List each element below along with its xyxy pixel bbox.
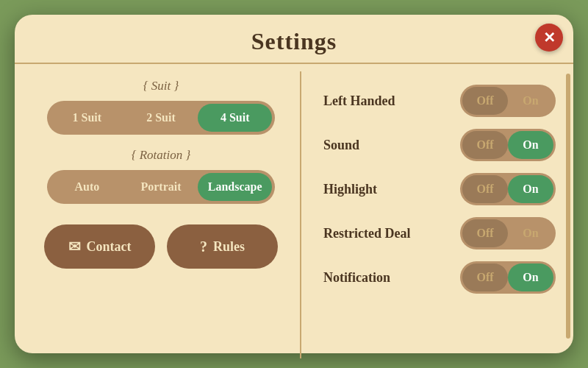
- divider: [15, 63, 573, 64]
- rotation-landscape[interactable]: Landscape: [198, 173, 272, 201]
- scrollbar-track: [566, 74, 570, 339]
- setting-label-highlight: Highlight: [323, 182, 377, 197]
- modal-title: Settings: [15, 15, 573, 63]
- suit-option-1[interactable]: 1 Suit: [50, 104, 124, 132]
- toggle-restricted-deal-on[interactable]: On: [508, 219, 553, 247]
- toggle-left-handed-on[interactable]: On: [508, 87, 553, 115]
- setting-label-left-handed: Left Handed: [323, 93, 395, 109]
- settings-modal: Settings ✕ { Suit } 1 Suit 2 Suit 4 Suit…: [15, 15, 573, 353]
- toggle-sound-on[interactable]: On: [508, 131, 553, 159]
- toggle-highlight-on[interactable]: On: [508, 175, 553, 203]
- setting-row-left-handed: Left Handed Off On: [323, 82, 556, 120]
- close-button[interactable]: ✕: [535, 24, 563, 52]
- suit-toggle-group: 1 Suit 2 Suit 4 Suit: [47, 101, 275, 135]
- setting-row-restricted-deal: Restricted Deal Off On: [323, 214, 556, 252]
- contact-button[interactable]: ✉ Contact: [44, 224, 155, 269]
- left-panel: { Suit } 1 Suit 2 Suit 4 Suit { Rotation…: [15, 71, 301, 358]
- rules-icon: ?: [200, 238, 207, 255]
- toggle-highlight: Off On: [460, 173, 556, 205]
- rotation-auto[interactable]: Auto: [50, 173, 124, 201]
- contact-label: Contact: [87, 239, 132, 255]
- toggle-notification-on[interactable]: On: [508, 263, 553, 291]
- rotation-portrait[interactable]: Portrait: [124, 173, 198, 201]
- suit-option-4[interactable]: 4 Suit: [198, 104, 272, 132]
- toggle-restricted-deal: Off On: [460, 217, 556, 250]
- rules-label: Rules: [213, 239, 245, 255]
- toggle-sound: Off On: [460, 129, 556, 161]
- content-area: { Suit } 1 Suit 2 Suit 4 Suit { Rotation…: [15, 71, 573, 358]
- toggle-notification-off[interactable]: Off: [462, 263, 508, 291]
- setting-label-notification: Notification: [323, 270, 390, 286]
- setting-row-sound: Sound Off On: [323, 126, 556, 164]
- toggle-left-handed: Off On: [460, 85, 556, 117]
- toggle-left-handed-off[interactable]: Off: [462, 87, 508, 115]
- toggle-sound-off[interactable]: Off: [462, 131, 508, 159]
- bottom-buttons: ✉ Contact ? Rules: [44, 224, 278, 269]
- right-panel: Left Handed Off On Sound Off On Highligh…: [301, 71, 573, 358]
- suit-option-2[interactable]: 2 Suit: [124, 104, 198, 132]
- toggle-restricted-deal-off[interactable]: Off: [462, 219, 508, 247]
- rotation-section-label: { Rotation }: [132, 148, 191, 163]
- toggle-notification: Off On: [460, 261, 556, 294]
- setting-label-restricted-deal: Restricted Deal: [323, 226, 410, 241]
- setting-row-highlight: Highlight Off On: [323, 170, 556, 208]
- contact-icon: ✉: [68, 238, 81, 255]
- suit-section-label: { Suit }: [143, 79, 179, 93]
- toggle-highlight-off[interactable]: Off: [462, 175, 508, 203]
- rules-button[interactable]: ? Rules: [167, 224, 278, 269]
- setting-row-notification: Notification Off On: [323, 258, 556, 297]
- rotation-toggle-group: Auto Portrait Landscape: [47, 170, 275, 204]
- setting-label-sound: Sound: [323, 138, 359, 153]
